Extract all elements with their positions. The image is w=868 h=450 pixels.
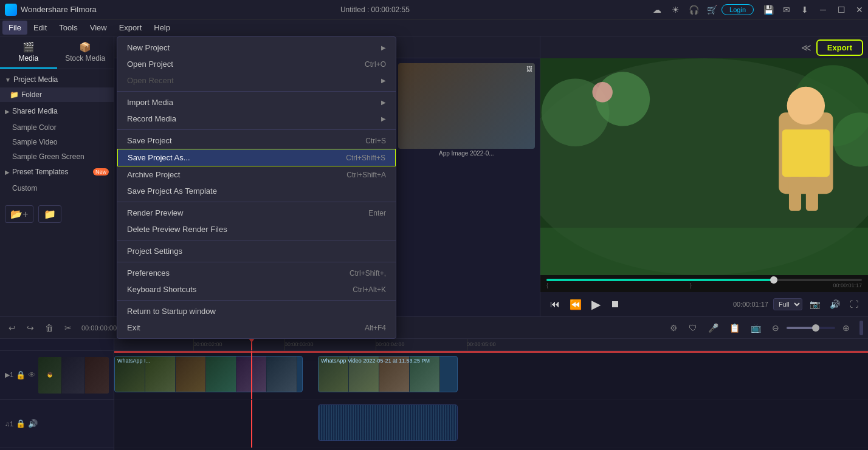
zoom-out-button[interactable]: ⊖ bbox=[768, 321, 783, 335]
preset-templates-header[interactable]: ▶ Preset Templates New bbox=[0, 164, 114, 180]
menu-keyboard-shortcuts[interactable]: Keyboard Shortcuts Ctrl+Alt+K bbox=[117, 281, 396, 298]
zoom-slider[interactable] bbox=[787, 327, 835, 329]
close-button[interactable]: ✕ bbox=[851, 1, 868, 18]
keyboard-shortcuts-shortcut: Ctrl+Alt+K bbox=[353, 285, 386, 294]
delete-button[interactable]: 🗑 bbox=[41, 321, 57, 335]
volume-icon[interactable]: 🔊 bbox=[827, 297, 842, 312]
sidebar-item-custom[interactable]: Custom bbox=[0, 181, 114, 196]
pip-button[interactable]: 📺 bbox=[747, 321, 765, 335]
eye-icon[interactable]: 👁 bbox=[28, 370, 36, 380]
step-back-button[interactable]: ⏪ bbox=[567, 296, 584, 313]
ruler-label-3: 00:00:05:00 bbox=[467, 341, 496, 347]
save-project-as-label: Save Project As... bbox=[128, 153, 346, 162]
cut-button[interactable]: ✂ bbox=[61, 321, 75, 335]
app-icon bbox=[5, 4, 17, 16]
svg-point-6 bbox=[592, 82, 612, 102]
progress-thumb[interactable] bbox=[770, 276, 777, 284]
zoom-thumb[interactable] bbox=[812, 324, 819, 332]
fullscreen-icon[interactable]: ⛶ bbox=[847, 297, 861, 312]
import-media-arrow: ▶ bbox=[381, 99, 386, 106]
shared-media-header[interactable]: ▶ Shared Media bbox=[0, 103, 114, 119]
rewind-button[interactable]: ⏮ bbox=[548, 296, 562, 312]
title-icons: ☁ ☀ 🎧 🛒 Login 💾 ✉ ⬇ ─ ☐ ✕ bbox=[649, 1, 868, 18]
menu-group-save: Save Project Ctrl+S Save Project As... C… bbox=[117, 130, 396, 202]
sidebar-tree: ▼ Project Media 📁 Folder ▶ Shared Media … bbox=[0, 69, 114, 316]
menu-render-preview[interactable]: Render Preview Enter bbox=[117, 205, 396, 221]
save-icon[interactable]: 💾 bbox=[760, 1, 777, 18]
add-folder-button[interactable]: 📂+ bbox=[5, 205, 33, 223]
maximize-button[interactable]: ☐ bbox=[833, 1, 850, 18]
timeline-handle[interactable] bbox=[859, 321, 863, 335]
download-icon[interactable]: ⬇ bbox=[796, 1, 813, 18]
sun-tool-button[interactable]: ⚙ bbox=[666, 321, 681, 335]
menu-record-media[interactable]: Record Media ▶ bbox=[117, 111, 396, 127]
menu-view[interactable]: View bbox=[84, 21, 113, 35]
cloud-icon[interactable]: ☁ bbox=[649, 1, 666, 18]
board-button[interactable]: 📋 bbox=[726, 321, 743, 335]
login-button[interactable]: Login bbox=[722, 4, 754, 15]
tab-media[interactable]: 🎬 Media bbox=[0, 36, 57, 69]
project-media-header[interactable]: ▼ Project Media bbox=[0, 72, 114, 87]
menu-open-project[interactable]: Open Project Ctrl+O bbox=[117, 56, 396, 72]
video-clip-0[interactable]: WhatsApp I... bbox=[114, 356, 303, 392]
collapse-button[interactable]: ≪ bbox=[801, 42, 811, 53]
new-badge: New bbox=[93, 168, 109, 176]
quality-select[interactable]: Full 1/2 1/4 bbox=[773, 298, 802, 310]
menu-export[interactable]: Export bbox=[113, 21, 148, 35]
audio-lock-icon[interactable]: 🔒 bbox=[16, 419, 26, 428]
menu-exit[interactable]: Exit Alt+F4 bbox=[117, 319, 396, 336]
stop-button[interactable]: ⏹ bbox=[608, 296, 622, 312]
shield-tool-button[interactable]: 🛡 bbox=[685, 321, 701, 335]
folder-item[interactable]: 📁 Folder bbox=[0, 87, 114, 102]
screenshot-icon[interactable]: 📷 bbox=[807, 297, 822, 312]
headphones-icon[interactable]: 🎧 bbox=[685, 1, 702, 18]
menu-return-startup[interactable]: Return to Startup window bbox=[117, 303, 396, 319]
lock-icon[interactable]: 🔒 bbox=[16, 370, 26, 380]
menu-preferences[interactable]: Preferences Ctrl+Shift+, bbox=[117, 265, 396, 281]
audio-mute-icon[interactable]: 🔊 bbox=[28, 419, 38, 428]
undo-button[interactable]: ↩ bbox=[5, 321, 19, 335]
mail-icon[interactable]: ✉ bbox=[778, 1, 795, 18]
audio-clip-0[interactable] bbox=[318, 404, 458, 441]
duration-marker: 00:00:01:17 bbox=[833, 282, 862, 288]
minimize-button[interactable]: ─ bbox=[815, 1, 832, 18]
menu-delete-preview[interactable]: Delete Preview Render Files bbox=[117, 221, 396, 237]
menu-import-media[interactable]: Import Media ▶ bbox=[117, 94, 396, 111]
tab-stock-media[interactable]: 📦 Stock Media bbox=[57, 36, 114, 69]
menu-file[interactable]: File bbox=[2, 21, 27, 35]
sidebar-item-sample-green[interactable]: Sample Green Screen bbox=[0, 149, 114, 164]
menu-save-as-template[interactable]: Save Project As Template bbox=[117, 183, 396, 199]
clip-label-1: WhatsApp Video 2022-05-21 at 11.53.25 PM bbox=[321, 358, 430, 364]
video-clip-1[interactable]: WhatsApp Video 2022-05-21 at 11.53.25 PM bbox=[318, 356, 458, 392]
tick-1 bbox=[284, 339, 285, 350]
menu-tools[interactable]: Tools bbox=[53, 21, 83, 35]
play-button[interactable]: ▶ bbox=[589, 295, 603, 314]
progress-bar[interactable] bbox=[546, 279, 862, 281]
project-title: Untitled : 00:00:02:55 bbox=[340, 5, 410, 14]
menu-archive-project[interactable]: Archive Project Ctrl+Shift+A bbox=[117, 166, 396, 183]
sun-icon[interactable]: ☀ bbox=[667, 1, 684, 18]
menu-save-project[interactable]: Save Project Ctrl+S bbox=[117, 132, 396, 149]
menu-new-project[interactable]: New Project ▶ bbox=[117, 39, 396, 56]
menu-save-project-as[interactable]: Save Project As... Ctrl+Shift+S bbox=[117, 149, 396, 166]
folder-icon-button[interactable]: 📁 bbox=[38, 205, 61, 223]
sidebar-item-sample-video[interactable]: Sample Video bbox=[0, 135, 114, 149]
file-menu: New Project ▶ Open Project Ctrl+O Open R… bbox=[117, 36, 396, 339]
media-thumb-2[interactable]: 🖼 bbox=[398, 63, 535, 149]
section-preset-templates: ▶ Preset Templates New bbox=[0, 164, 114, 180]
app-logo: Wondershare Filmora bbox=[0, 4, 102, 16]
export-button[interactable]: Export bbox=[816, 39, 863, 56]
cart-icon[interactable]: 🛒 bbox=[703, 1, 720, 18]
preview-progress: { } 00:00:01:17 bbox=[540, 275, 868, 292]
menu-edit[interactable]: Edit bbox=[27, 21, 53, 35]
sidebar-item-sample-color[interactable]: Sample Color bbox=[0, 120, 114, 135]
redo-button[interactable]: ↪ bbox=[23, 321, 38, 335]
menu-help[interactable]: Help bbox=[148, 21, 176, 35]
svg-rect-10 bbox=[789, 177, 801, 211]
menu-open-recent[interactable]: Open Recent ▶ bbox=[117, 72, 396, 89]
menu-project-settings[interactable]: Project Settings bbox=[117, 243, 396, 259]
project-media-label: Project Media bbox=[13, 75, 109, 84]
zoom-in-button[interactable]: ⊕ bbox=[839, 321, 853, 335]
media-tab-icon: 🎬 bbox=[22, 41, 35, 53]
mic-button[interactable]: 🎤 bbox=[704, 321, 722, 335]
